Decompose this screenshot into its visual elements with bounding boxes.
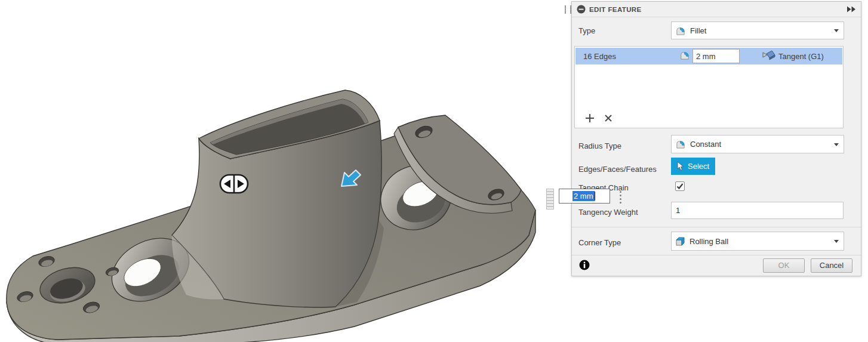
dialog-header[interactable]: EDIT FEATURE [572,2,861,17]
model-3d-view[interactable] [0,0,567,342]
edit-feature-dialog: EDIT FEATURE Type Fillet 16 Edges [571,1,861,276]
separator [572,255,861,255]
chevron-down-icon [834,143,839,146]
double-arrow-expand-icon[interactable] [847,6,856,13]
chevron-down-icon [834,29,839,32]
select-button[interactable]: Select [671,158,715,175]
type-dropdown[interactable]: Fillet [671,21,844,39]
dimension-scrubber[interactable] [546,189,554,209]
radius-value: 2 mm [696,52,716,61]
remove-selection-button[interactable] [603,113,614,124]
type-label: Type [578,26,595,35]
dimension-drag-dots[interactable] [620,191,621,204]
dimension-input[interactable]: 2 mm [559,189,610,204]
ok-button[interactable]: OK [763,258,805,273]
fusion360-screen: { "canvas": { "dimension_box": { "value"… [0,0,868,342]
palette-drag-grip[interactable] [565,5,571,14]
info-icon[interactable] [579,260,590,270]
fillet-icon [679,50,691,60]
dimension-selected-text: 2 mm [572,191,595,201]
tangent-chain-checkbox[interactable] [675,181,685,191]
tangency-weight-label: Tangency Weight [578,208,638,217]
add-selection-button[interactable] [584,113,595,124]
tangency-weight-input[interactable]: 1 [671,202,844,219]
cursor-arrow-icon [676,161,684,171]
selection-row[interactable]: 16 Edges 2 mm Tangent (G1) [575,48,842,64]
edges-faces-features-label: Edges/Faces/Features [578,165,657,174]
text-caret [595,192,595,201]
type-value: Fillet [690,26,706,35]
radius-type-value: Constant [690,140,721,149]
radius-type-label: Radius Type [578,141,621,150]
select-button-label: Select [688,162,709,171]
radius-type-dropdown[interactable]: Constant [671,135,844,153]
fillet-icon [675,26,687,36]
minus-circle-icon[interactable] [577,5,586,14]
fillet-selection-list[interactable]: 16 Edges 2 mm Tangent (G1) [574,46,844,128]
corner-type-value: Rolling Ball [690,237,728,246]
cancel-button[interactable]: Cancel [811,258,852,273]
radius-value-input[interactable]: 2 mm [692,49,740,63]
tangency-weight-value: 1 [676,206,680,215]
radius-drag-handle[interactable] [220,175,248,193]
rolling-ball-icon [675,236,686,247]
chevron-down-icon [834,240,839,243]
edges-count: 16 Edges [583,52,616,61]
corner-type-dropdown[interactable]: Rolling Ball [671,232,844,251]
continuity-value: Tangent (G1) [778,52,824,61]
separator [572,227,861,227]
tangent-icon [762,50,776,62]
dialog-title: EDIT FEATURE [589,6,642,13]
fillet-icon [675,139,687,149]
corner-type-label: Corner Type [578,238,621,247]
